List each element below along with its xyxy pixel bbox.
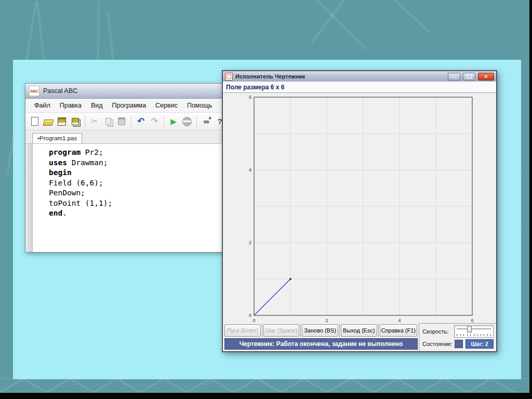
svg-text:2: 2 — [249, 240, 251, 245]
control-button-1[interactable]: Шаг (Space) — [263, 324, 300, 337]
save-file-icon[interactable] — [56, 115, 68, 128]
drawman-executor-window: Исполнитель Чертежник Поле размера 6 x 6… — [222, 70, 497, 352]
menu-item-5[interactable]: Помощь — [182, 100, 217, 111]
code-line: uses Drawman; — [49, 158, 112, 168]
undo-icon[interactable] — [135, 115, 147, 128]
svg-text:2: 2 — [325, 318, 328, 323]
drawing-field-grid: 02466420 — [232, 93, 492, 328]
run-icon[interactable] — [167, 115, 180, 128]
bottom-black-strip — [0, 393, 532, 399]
code-line: end. — [49, 208, 112, 219]
speed-label: Скорость: — [422, 328, 449, 335]
code-editor[interactable]: program Pr2;uses Drawman;beginField (6,6… — [25, 144, 227, 252]
toolbar — [25, 113, 227, 130]
code-text: program Pr2;uses Drawman;beginField (6,6… — [33, 144, 112, 252]
speed-row: Скорость: — [422, 325, 494, 338]
state-indicator-square — [455, 340, 463, 348]
svg-text:0: 0 — [252, 318, 255, 323]
drawman-client-area: 02466420 Пуск (Enter)Шаг (Space)Заново (… — [223, 93, 496, 351]
menu-bar: ФайлПравкаВидПрограммаСервисПомощь — [25, 99, 227, 113]
control-button-row: Пуск (Enter)Шаг (Space)Заново (BS)Выход … — [223, 323, 419, 338]
control-button-2[interactable]: Заново (BS) — [302, 324, 338, 337]
pen-line — [254, 279, 290, 315]
drawman-window-title: Исполнитель Чертежник — [235, 73, 445, 79]
editor-gutter — [25, 144, 33, 252]
svg-text:6: 6 — [249, 95, 251, 100]
control-button-0[interactable]: Пуск (Enter) — [224, 324, 261, 337]
control-button-4[interactable]: Справка (F1) — [380, 324, 417, 337]
copy-icon[interactable] — [102, 115, 114, 128]
menu-item-4[interactable]: Сервис — [151, 100, 182, 111]
svg-text:6: 6 — [471, 318, 473, 323]
slider-ticks — [457, 334, 491, 336]
slider-thumb[interactable] — [467, 326, 472, 332]
code-line: program Pr2; — [49, 148, 112, 158]
control-button-3[interactable]: Выход (Esc) — [341, 324, 377, 337]
code-line: PenDown; — [49, 188, 112, 198]
svg-text:4: 4 — [398, 318, 401, 323]
state-row: Состояние: Шаг: 2 — [422, 338, 494, 350]
controls-area: Пуск (Enter)Шаг (Space)Заново (BS)Выход … — [223, 323, 496, 351]
close-button[interactable] — [478, 73, 494, 81]
minimize-button[interactable] — [448, 73, 460, 81]
slider-groove — [457, 328, 491, 329]
controls-left: Пуск (Enter)Шаг (Space)Заново (BS)Выход … — [223, 323, 419, 351]
step-counter-badge: Шаг: 2 — [466, 339, 494, 349]
tab-program1-pas[interactable]: •Program1.pas — [32, 133, 82, 143]
code-line: toPoint (1,1); — [49, 198, 112, 209]
watch-add-icon[interactable] — [200, 115, 212, 128]
button-separator — [378, 324, 379, 337]
button-separator — [339, 324, 340, 337]
cut-icon[interactable] — [88, 115, 101, 128]
presentation-slide: ABC Pascal ABC ФайлПравкаВидПрограммаСер… — [0, 0, 532, 399]
drawman-app-icon — [225, 73, 233, 81]
right-black-strip — [529, 0, 532, 399]
state-label: Состояние: — [422, 341, 453, 347]
button-separator — [300, 324, 301, 337]
svg-text:4: 4 — [249, 167, 251, 172]
drawman-titlebar[interactable]: Исполнитель Чертежник — [223, 71, 496, 82]
toolbar-separator — [85, 116, 85, 127]
paste-icon[interactable] — [115, 115, 128, 128]
button-separator — [262, 324, 262, 337]
new-file-icon[interactable] — [29, 115, 41, 128]
pascal-abc-logo-icon: ABC — [29, 86, 39, 96]
field-size-header: Поле размера 6 x 6 — [223, 82, 496, 93]
toolbar-separator — [196, 116, 197, 127]
code-line: begin — [49, 168, 112, 178]
save-all-icon[interactable] — [69, 115, 82, 128]
pascal-titlebar[interactable]: ABC Pascal ABC — [25, 84, 227, 99]
open-file-icon[interactable] — [42, 115, 55, 128]
speed-slider[interactable] — [454, 325, 494, 338]
menu-item-0[interactable]: Файл — [30, 100, 55, 111]
side-panel: Скорость: Состояние: Шаг: 2 — [419, 323, 496, 351]
pascal-window-title: Pascal ABC — [43, 87, 77, 95]
menu-item-3[interactable]: Программа — [108, 100, 151, 111]
redo-icon[interactable] — [148, 115, 161, 128]
menu-item-1[interactable]: Правка — [55, 100, 86, 111]
status-bar: Чертежник: Работа окончена, задание не в… — [224, 338, 418, 350]
maximize-button[interactable] — [463, 73, 475, 81]
toolbar-separator — [164, 116, 164, 127]
stop-icon[interactable] — [181, 115, 193, 128]
pascal-abc-window: ABC Pascal ABC ФайлПравкаВидПрограммаСер… — [25, 83, 227, 252]
menu-item-2[interactable]: Вид — [86, 100, 108, 111]
toolbar-separator — [131, 116, 131, 127]
code-line: Field (6,6); — [49, 178, 112, 189]
svg-text:0: 0 — [249, 313, 251, 318]
tab-bar: •Program1.pas — [25, 130, 227, 144]
